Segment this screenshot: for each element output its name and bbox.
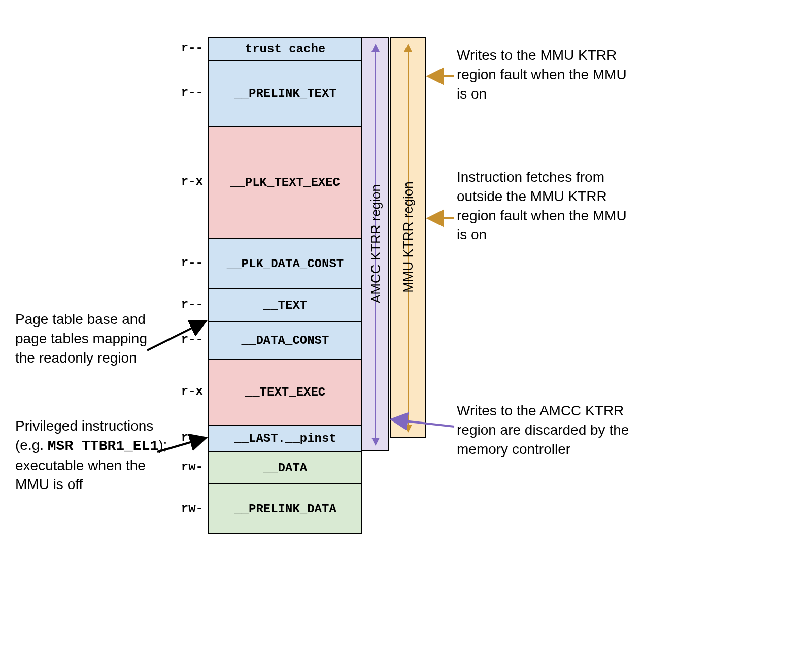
perm-label: r-x (181, 384, 203, 398)
note-privileged-instructions: Privileged instructions (e.g. MSR TTBR1_… (15, 416, 178, 494)
note-mmu-ifetch: Instruction fetches from outside the MMU… (457, 168, 639, 244)
segment--plk-text-exec: __PLK_TEXT_EXEC (209, 126, 361, 238)
amcc-region-label: AMCC KTRR region (367, 184, 383, 303)
segment--prelink-text: __PRELINK_TEXT (209, 60, 361, 126)
segment--plk-data-const: __PLK_DATA_CONST (209, 238, 361, 288)
perm-label: rw- (181, 502, 203, 515)
note-amcc-writes: Writes to the AMCC KTRR region are disca… (457, 401, 639, 459)
note-mmu-writes: Writes to the MMU KTRR region fault when… (457, 46, 639, 103)
segment-label: __PRELINK_TEXT (234, 87, 336, 101)
amcc-ktrr-region-bar: AMCC KTRR region (361, 37, 389, 451)
mmu-ktrr-region-bar: MMU KTRR region (390, 37, 426, 438)
perm-label: r-- (181, 41, 203, 55)
segment-label: __PRELINK_DATA (234, 502, 336, 516)
segment-label: __TEXT (263, 299, 307, 312)
note-page-table-base-text: Page table base and page tables mapping … (15, 311, 147, 366)
perm-label: r-- (181, 298, 203, 311)
segment--data: __DATA (209, 451, 361, 483)
segment-trust-cache: trust cache (209, 37, 361, 60)
perm-label: rw- (181, 460, 203, 474)
segment--text: __TEXT (209, 288, 361, 321)
mmu-region-label: MMU KTRR region (400, 181, 416, 293)
perm-label: r-- (181, 431, 203, 444)
perm-label: r-x (181, 175, 203, 188)
segment--last-pinst: __LAST.__pinst (209, 425, 361, 451)
segment-label: __PLK_TEXT_EXEC (230, 176, 340, 189)
note-priv-code: MSR TTBR1_EL1 (48, 438, 158, 454)
segment-label: __DATA (263, 461, 307, 475)
segment--prelink-data: __PRELINK_DATA (209, 483, 361, 534)
segment-label: __DATA_CONST (242, 334, 329, 347)
segment-label: __PLK_DATA_CONST (227, 257, 344, 271)
perm-label: r-- (181, 256, 203, 270)
segment--data-const: __DATA_CONST (209, 321, 361, 359)
segment--text-exec: __TEXT_EXEC (209, 359, 361, 425)
note-page-table-base: Page table base and page tables mapping … (15, 310, 167, 367)
segment-label: trust cache (245, 42, 325, 56)
segment-label: __TEXT_EXEC (245, 385, 325, 399)
segment-label: __LAST.__pinst (234, 432, 336, 445)
perm-label: r-- (181, 333, 203, 346)
perm-label: r-- (181, 86, 203, 100)
ktrr-memory-layout-diagram: trust cache__PRELINK_TEXT__PLK_TEXT_EXEC… (0, 0, 812, 650)
memory-map-column: trust cache__PRELINK_TEXT__PLK_TEXT_EXEC… (208, 37, 362, 534)
